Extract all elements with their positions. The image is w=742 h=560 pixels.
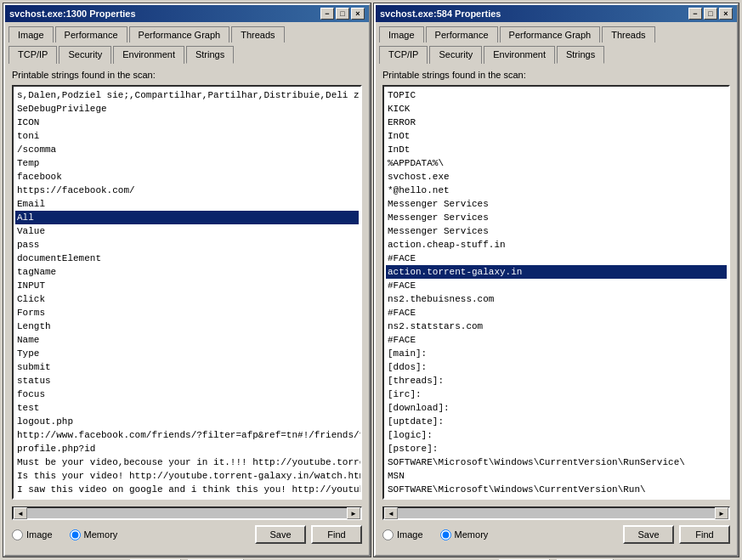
list-item: KICK bbox=[386, 102, 727, 116]
window-title-2: svchost.exe:584 Properties bbox=[380, 8, 501, 19]
list-item: #FACE bbox=[386, 252, 727, 265]
scroll-right-icon-2[interactable]: ► bbox=[715, 507, 728, 519]
list-item: SeDebugPrivilege bbox=[15, 102, 359, 116]
list-item: [download]: bbox=[386, 401, 727, 415]
find-button-2[interactable]: Find bbox=[679, 525, 730, 544]
strings-list-2[interactable]: TOPIC KICK ERROR InOt InDt %APPDATA%\ sv… bbox=[382, 85, 730, 500]
radio-input-image-1[interactable] bbox=[12, 529, 23, 540]
minimize-button-2[interactable]: − bbox=[688, 8, 702, 20]
list-item: Length bbox=[15, 320, 359, 333]
horizontal-scrollbar-2[interactable]: ◄ ► bbox=[382, 506, 730, 520]
list-item: test bbox=[15, 401, 359, 415]
tabs-row2-2: TCP/IP Security Environment Strings bbox=[376, 42, 737, 63]
list-item: [threads]: bbox=[386, 374, 727, 387]
list-item: /scomma bbox=[15, 143, 359, 156]
radio-image-1[interactable]: Image bbox=[12, 529, 53, 540]
list-item: InDt bbox=[386, 143, 727, 156]
save-button-2[interactable]: Save bbox=[623, 525, 674, 544]
list-item: tagName bbox=[15, 265, 359, 279]
list-item: [ddos]: bbox=[386, 360, 727, 374]
radio-input-memory-1[interactable] bbox=[70, 529, 81, 540]
list-item: INPUT bbox=[15, 279, 359, 292]
save-button-1[interactable]: Save bbox=[255, 525, 306, 544]
tab-environment-2[interactable]: Environment bbox=[484, 46, 555, 64]
maximize-button-2[interactable]: □ bbox=[704, 8, 717, 20]
radio-memory-2[interactable]: Memory bbox=[440, 529, 489, 540]
list-item: TOPIC bbox=[386, 88, 727, 102]
close-button-2[interactable]: × bbox=[719, 8, 733, 20]
tab-perf-graph-2[interactable]: Performance Graph bbox=[500, 26, 601, 42]
content-area-1: Printable strings found in the scan: s,D… bbox=[5, 63, 369, 560]
list-item: #FACE bbox=[386, 279, 727, 292]
radio-label-memory-2: Memory bbox=[455, 529, 489, 540]
list-item: Must be your video,becouse your in it.!!… bbox=[15, 455, 359, 469]
tab-threads-2[interactable]: Threads bbox=[602, 26, 654, 42]
list-item: action.cheap-stuff.in bbox=[386, 238, 727, 252]
tab-threads-1[interactable]: Threads bbox=[231, 26, 284, 42]
list-item: profile.php?id bbox=[15, 442, 359, 455]
radio-image-2[interactable]: Image bbox=[382, 529, 423, 540]
close-button-1[interactable]: × bbox=[351, 8, 365, 20]
list-item: toni bbox=[15, 129, 359, 143]
list-item: facebook bbox=[15, 170, 359, 184]
list-item: https://facebook.com/ bbox=[15, 184, 359, 197]
tab-tcpip-1[interactable]: TCP/IP bbox=[8, 46, 57, 64]
list-item: Email bbox=[15, 197, 359, 211]
list-item: *@hello.net bbox=[386, 184, 727, 197]
content-area-2: Printable strings found in the scan: TOP… bbox=[376, 63, 737, 560]
radio-memory-1[interactable]: Memory bbox=[70, 529, 118, 540]
list-item: focus bbox=[15, 387, 359, 401]
list-item: ICON bbox=[15, 116, 359, 129]
list-item: Click bbox=[15, 292, 359, 306]
tab-image-2[interactable]: Image bbox=[379, 26, 424, 42]
list-item: ERROR bbox=[386, 116, 727, 129]
list-item: Value bbox=[15, 224, 359, 238]
tab-strings-2[interactable]: Strings bbox=[557, 46, 604, 64]
horizontal-scrollbar-1[interactable]: ◄ ► bbox=[12, 506, 362, 520]
scroll-left-icon[interactable]: ◄ bbox=[14, 507, 27, 519]
bottom-buttons-1: OK Cancel bbox=[12, 554, 362, 560]
maximize-button-1[interactable]: □ bbox=[336, 8, 349, 20]
window-title-1: svchost.exe:1300 Properties bbox=[9, 8, 136, 19]
list-item: status bbox=[15, 374, 359, 387]
tab-security-2[interactable]: Security bbox=[429, 46, 482, 64]
list-item: [main]: bbox=[386, 347, 727, 360]
scroll-track-1[interactable] bbox=[27, 508, 347, 518]
list-item: logout.php bbox=[15, 415, 359, 428]
list-item: #FACE bbox=[386, 306, 727, 320]
radio-input-image-2[interactable] bbox=[382, 529, 394, 540]
strings-list-1[interactable]: s,Dalen,Podziel sie;,Compartilhar,Partil… bbox=[12, 85, 362, 500]
list-item: svchost.exe bbox=[386, 170, 727, 184]
list-item: Messenger Services bbox=[386, 211, 727, 224]
list-item: Temp bbox=[15, 156, 359, 170]
list-item: SOFTWARE\Microsoft\Windows\CurrentVersio… bbox=[386, 483, 727, 496]
list-item: [uptdate]: bbox=[386, 415, 727, 428]
list-item: I saw this video on google and i think t… bbox=[15, 483, 359, 496]
title-bar-1: svchost.exe:1300 Properties − □ × bbox=[5, 5, 369, 22]
tab-environment-1[interactable]: Environment bbox=[113, 46, 184, 64]
tab-strings-1[interactable]: Strings bbox=[186, 46, 234, 64]
list-item: ns2.thebuisness.com bbox=[386, 292, 727, 306]
scroll-track-2[interactable] bbox=[398, 508, 715, 518]
list-item: Type bbox=[15, 347, 359, 360]
radio-label-image-2: Image bbox=[397, 529, 423, 540]
list-item: Messenger Services bbox=[386, 197, 727, 211]
find-button-1[interactable]: Find bbox=[311, 525, 362, 544]
scroll-left-icon-2[interactable]: ◄ bbox=[384, 507, 398, 519]
tab-performance-2[interactable]: Performance bbox=[426, 26, 498, 42]
radio-row-1: Image Memory Save Find bbox=[12, 525, 362, 544]
tab-security-1[interactable]: Security bbox=[59, 46, 111, 64]
list-item: InOt bbox=[386, 129, 727, 143]
list-item: http://www.facebook.com/friends/?filter=… bbox=[15, 428, 359, 442]
tab-perf-graph-1[interactable]: Performance Graph bbox=[129, 26, 230, 42]
minimize-button-1[interactable]: − bbox=[320, 8, 334, 20]
tab-tcpip-2[interactable]: TCP/IP bbox=[379, 46, 428, 64]
title-bar-buttons-2: − □ × bbox=[688, 8, 733, 20]
scroll-right-icon[interactable]: ► bbox=[347, 507, 360, 519]
list-item: documentElement bbox=[15, 252, 359, 265]
tab-performance-1[interactable]: Performance bbox=[55, 26, 127, 42]
tab-image-1[interactable]: Image bbox=[8, 26, 54, 42]
list-item: s,Dalen,Podziel sie;,Compartilhar,Partil… bbox=[15, 88, 359, 102]
radio-input-memory-2[interactable] bbox=[440, 529, 451, 540]
radio-label-image-1: Image bbox=[26, 529, 53, 540]
